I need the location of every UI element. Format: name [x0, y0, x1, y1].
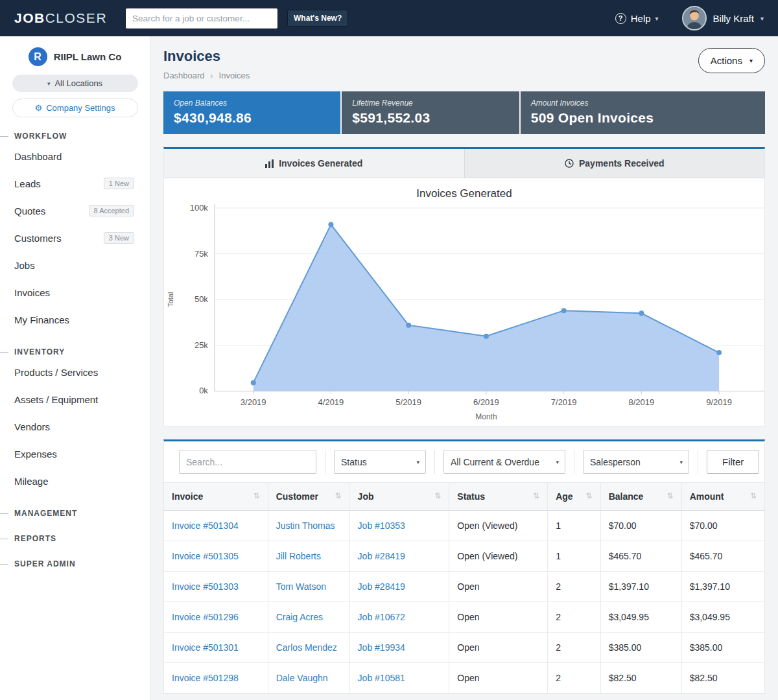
- job-link[interactable]: Job #28419: [358, 551, 405, 561]
- breadcrumb-dashboard[interactable]: Dashboard: [163, 71, 205, 80]
- customer-link[interactable]: Jill Roberts: [276, 551, 321, 561]
- gear-icon: ⚙: [35, 103, 43, 113]
- item-label: Products / Services: [14, 367, 98, 378]
- chevron-down-icon: ▾: [760, 15, 764, 22]
- svg-text:25k: 25k: [194, 340, 208, 350]
- job-link[interactable]: Job #10581: [358, 673, 405, 683]
- col-header-status[interactable]: ⇅Status: [449, 483, 548, 511]
- salesperson-filter-select[interactable]: Salesperson: [583, 450, 689, 474]
- col-header-customer[interactable]: ⇅Customer: [268, 483, 349, 511]
- help-menu[interactable]: ? Help ▾: [615, 13, 659, 24]
- sidebar-item-leads[interactable]: Leads1 New: [0, 170, 150, 197]
- table-row: Invoice #501304 Justin Thomas Job #10353…: [164, 511, 764, 541]
- job-link[interactable]: Job #10353: [358, 520, 405, 531]
- customers-badge: 3 New: [104, 232, 134, 244]
- customer-link[interactable]: Justin Thomas: [276, 520, 335, 531]
- company-settings-button[interactable]: ⚙ Company Settings: [12, 99, 138, 117]
- sidebar-item-dashboard[interactable]: Dashboard: [0, 143, 150, 170]
- stat-open-invoices: Amount Invoices 509 Open Invoices: [521, 91, 765, 134]
- locations-dropdown[interactable]: ▾ All Locations: [12, 75, 138, 92]
- tab-invoices-generated[interactable]: Invoices Generated: [164, 149, 464, 178]
- invoice-link[interactable]: Invoice #501296: [172, 612, 239, 622]
- sort-icon[interactable]: ⇅: [335, 491, 342, 500]
- actions-button[interactable]: Actions ▾: [698, 48, 765, 73]
- sidebar-item-customers[interactable]: Customers3 New: [0, 224, 150, 251]
- sort-icon[interactable]: ⇅: [533, 491, 539, 500]
- app-logo[interactable]: JOBCLOSER: [14, 10, 107, 26]
- svg-text:50k: 50k: [194, 294, 208, 304]
- sidebar-item-invoices[interactable]: Invoices: [0, 279, 150, 306]
- invoice-link[interactable]: Invoice #501304: [172, 520, 239, 531]
- tab-payments-received[interactable]: Payments Received: [464, 149, 765, 178]
- table-row: Invoice #501303 Tom Watson Job #28419 Op…: [164, 572, 764, 602]
- invoice-link[interactable]: Invoice #501303: [172, 581, 239, 592]
- leads-badge: 1 New: [104, 178, 134, 189]
- sidebar-item-quotes[interactable]: Quotes8 Accepted: [0, 197, 150, 224]
- age-cell: 1: [548, 541, 600, 572]
- col-header-amount[interactable]: ⇅Amount: [681, 483, 764, 511]
- svg-text:5/2019: 5/2019: [395, 397, 421, 407]
- invoice-link[interactable]: Invoice #501298: [172, 673, 239, 683]
- sort-icon[interactable]: ⇅: [434, 491, 441, 500]
- col-label: Customer: [276, 491, 318, 502]
- balance-cell: $465.70: [600, 541, 681, 572]
- customer-link[interactable]: Dale Vaughn: [276, 673, 328, 683]
- whats-new-button[interactable]: What's New?: [287, 10, 348, 27]
- sidebar-item-my-finances[interactable]: My Finances: [0, 306, 150, 333]
- balance-cell: $1,397.10: [600, 572, 681, 602]
- filter-button[interactable]: Filter: [707, 450, 759, 474]
- chevron-right-icon: ›: [211, 71, 213, 80]
- amount-cell: $82.50: [681, 663, 764, 694]
- chevron-down-icon: ▾: [655, 15, 659, 22]
- sort-icon[interactable]: ⇅: [750, 491, 757, 500]
- global-search-input[interactable]: [125, 8, 278, 29]
- job-link[interactable]: Job #28419: [358, 581, 405, 592]
- sidebar-item-mileage[interactable]: Mileage: [0, 467, 150, 495]
- sidebar-item-assets-equipment[interactable]: Assets / Equipment: [0, 386, 150, 413]
- table-search-input[interactable]: [179, 450, 316, 474]
- svg-text:8/2019: 8/2019: [629, 397, 655, 407]
- customer-link[interactable]: Tom Watson: [276, 581, 326, 592]
- sort-icon[interactable]: ⇅: [667, 491, 674, 500]
- sidebar-item-vendors[interactable]: Vendors: [0, 413, 150, 440]
- col-header-balance[interactable]: ⇅Balance: [600, 483, 681, 511]
- sidebar-item-products-services[interactable]: Products / Services: [0, 358, 150, 386]
- help-label: Help: [631, 13, 651, 24]
- sort-icon[interactable]: ⇅: [253, 491, 260, 500]
- dash-icon: [0, 513, 8, 514]
- svg-text:100k: 100k: [190, 203, 209, 213]
- status-cell: Open: [449, 602, 548, 633]
- sidebar-item-jobs[interactable]: Jobs: [0, 251, 150, 279]
- stat-value: $430,948.86: [174, 110, 330, 126]
- balance-cell: $3,049.95: [600, 602, 681, 633]
- section-reports[interactable]: REPORTS: [0, 532, 150, 545]
- logo-light: CLOSER: [45, 10, 107, 25]
- invoice-link[interactable]: Invoice #501301: [172, 642, 239, 653]
- job-link[interactable]: Job #10672: [358, 612, 405, 622]
- status-filter-select[interactable]: Status: [334, 450, 426, 474]
- svg-text:75k: 75k: [194, 249, 208, 259]
- section-management[interactable]: MANAGEMENT: [0, 507, 150, 520]
- col-header-job[interactable]: ⇅Job: [349, 483, 449, 511]
- svg-text:7/2019: 7/2019: [551, 397, 577, 407]
- col-header-invoice[interactable]: ⇅Invoice: [164, 483, 268, 511]
- item-label: Customers: [14, 233, 62, 244]
- dash-icon: [0, 352, 8, 353]
- section-super-admin[interactable]: SUPER ADMIN: [0, 557, 150, 570]
- page-title: Invoices: [163, 48, 250, 65]
- customer-link[interactable]: Craig Acres: [276, 612, 323, 622]
- user-menu[interactable]: Billy Kraft ▾: [682, 6, 764, 30]
- age-cell: 2: [548, 663, 600, 694]
- dash-icon: [0, 539, 8, 539]
- col-header-age[interactable]: ⇅Age: [548, 483, 600, 511]
- status-cell: Open (Viewed): [449, 541, 548, 572]
- table-row: Invoice #501298 Dale Vaughn Job #10581 O…: [164, 663, 764, 694]
- customer-link[interactable]: Carlos Mendez: [276, 642, 337, 653]
- table-row: Invoice #501301 Carlos Mendez Job #19934…: [164, 633, 764, 663]
- job-link[interactable]: Job #19934: [358, 642, 405, 653]
- invoice-link[interactable]: Invoice #501305: [172, 551, 239, 561]
- sidebar-item-expenses[interactable]: Expenses: [0, 440, 150, 467]
- current-overdue-filter-select[interactable]: All Current & Overdue: [443, 450, 565, 474]
- col-label: Job: [358, 491, 374, 502]
- sort-icon[interactable]: ⇅: [586, 491, 593, 500]
